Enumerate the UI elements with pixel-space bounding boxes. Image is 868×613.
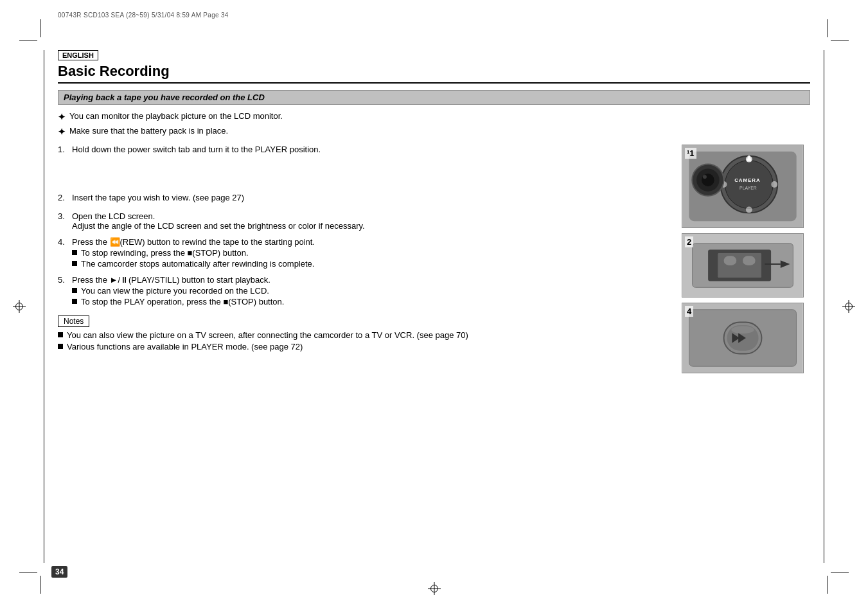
notes-bullet-2	[58, 344, 63, 349]
step-5-sub-text-1: You can view the picture you recorded on…	[81, 286, 269, 296]
notes-item-1: You can also view the picture on a TV sc…	[58, 330, 669, 340]
english-badge: ENGLISH	[58, 50, 98, 60]
svg-rect-20	[743, 256, 756, 265]
images-column: ¹1 CAMERA	[682, 145, 810, 373]
svg-text:PLAYER: PLAYER	[740, 186, 757, 190]
crop-mark-br-v	[828, 576, 828, 594]
notes-box: Notes You can also view the picture on a…	[58, 315, 669, 351]
step-3-num: 3.	[58, 211, 72, 231]
side-line-right	[824, 50, 824, 563]
step-4-sub-2: The camcorder stops automatically after …	[72, 259, 669, 269]
reg-mark-left	[13, 300, 26, 313]
notes-text-2: Various functions are available in PLAYE…	[67, 342, 303, 351]
step-2-text: Insert the tape you wish to view. (see p…	[72, 193, 244, 202]
svg-text:CAMERA: CAMERA	[734, 177, 760, 183]
step-2: 2. Insert the tape you wish to view. (se…	[58, 193, 669, 202]
bullet-square-5-1	[72, 288, 77, 293]
img-number-2: 2	[685, 236, 693, 247]
cam-svg-4	[682, 303, 803, 373]
page-number: 34	[51, 566, 67, 578]
reg-mark-right	[842, 300, 855, 313]
step-3-content: Open the LCD screen. Adjust the angle of…	[72, 211, 669, 231]
crop-mark-tl-v	[40, 19, 40, 37]
crop-mark-tr-h	[831, 40, 849, 40]
section-subtitle: Playing back a tape you have recorded on…	[58, 90, 810, 105]
step-1-content: Hold down the power switch tab and turn …	[72, 145, 669, 154]
cross-bullet-2: ✦ Make sure that the battery pack is in …	[58, 126, 810, 139]
cam-svg-2	[682, 234, 803, 297]
cam-svg-1: CAMERA PLAYER	[682, 145, 803, 227]
step-4-content: Press the ⏪(REW) button to rewind the ta…	[72, 237, 669, 269]
notes-text-1: You can also view the picture on a TV sc…	[67, 330, 468, 340]
step-4: 4. Press the ⏪(REW) button to rewind the…	[58, 237, 669, 269]
step-5-sub-text-2: To stop the PLAY operation, press the ■(…	[81, 297, 284, 306]
content-area: ENGLISH Basic Recording Playing back a t…	[58, 50, 810, 555]
crop-mark-bl-h	[19, 573, 37, 573]
svg-point-14	[703, 175, 707, 179]
reg-mark-bottom	[428, 582, 441, 595]
bullet-square-4-2	[72, 261, 77, 266]
cross-bullet-text-1: You can monitor the playback picture on …	[69, 111, 283, 121]
notes-item-2: Various functions are available in PLAYE…	[58, 342, 669, 351]
crop-mark-tl-h	[19, 40, 37, 40]
svg-rect-18	[718, 253, 762, 278]
step-4-text: Press the ⏪(REW) button to rewind the ta…	[72, 237, 669, 247]
cam-image-4: 4	[682, 303, 804, 373]
cross-symbol-2: ✦	[58, 126, 66, 139]
cam-image-2: 2	[682, 233, 804, 298]
cross-bullet-1: ✦ You can monitor the playback picture o…	[58, 111, 810, 124]
bullet-square-4-1	[72, 250, 77, 255]
step-2-num: 2.	[58, 193, 72, 202]
svg-point-29	[731, 326, 754, 334]
side-line-left	[44, 50, 44, 563]
svg-point-5	[771, 181, 777, 188]
step-4-sub-1: To stop rewinding, press the ■(STOP) but…	[72, 248, 669, 258]
step-1-text: Hold down the power switch tab and turn …	[72, 145, 321, 154]
step-5-sub-1: You can view the picture you recorded on…	[72, 286, 669, 296]
page-container: 00743R SCD103 SEA (28~59) 5/31/04 8:59 A…	[0, 0, 868, 613]
step-4-sub-text-1: To stop rewinding, press the ■(STOP) but…	[81, 248, 249, 258]
step-4-sub-text-2: The camcorder stops automatically after …	[81, 259, 314, 269]
step-5-num: 5.	[58, 275, 72, 306]
header-meta: 00743R SCD103 SEA (28~59) 5/31/04 8:59 A…	[58, 12, 229, 19]
step-4-num: 4.	[58, 237, 72, 269]
crop-mark-br-h	[831, 573, 849, 573]
main-layout: 1. Hold down the power switch tab and tu…	[58, 145, 810, 373]
step-3-text: Open the LCD screen.	[72, 211, 669, 221]
img-number-4: 4	[685, 306, 693, 317]
notes-bullet-1	[58, 332, 63, 337]
svg-point-3	[725, 161, 773, 209]
step-3: 3. Open the LCD screen. Adjust the angle…	[58, 211, 669, 231]
step-5-text: Press the ►/⏸(PLAY/STILL) button to star…	[72, 275, 669, 285]
cross-bullet-text-2: Make sure that the battery pack is in pl…	[69, 126, 228, 136]
step-5-content: Press the ►/⏸(PLAY/STILL) button to star…	[72, 275, 669, 306]
img-number-1: ¹1	[685, 148, 696, 159]
svg-rect-19	[724, 256, 737, 265]
text-column: 1. Hold down the power switch tab and tu…	[58, 145, 669, 373]
step-1: 1. Hold down the power switch tab and tu…	[58, 145, 669, 154]
crop-mark-bl-v	[40, 576, 40, 594]
page-title: Basic Recording	[58, 63, 810, 84]
bullet-square-5-2	[72, 299, 77, 304]
svg-point-6	[746, 207, 752, 213]
cross-symbol-1: ✦	[58, 111, 66, 124]
crop-mark-tr-v	[828, 19, 828, 37]
step-3-subtext: Adjust the angle of the LCD screen and s…	[72, 221, 669, 231]
step-5-sub-2: To stop the PLAY operation, press the ■(…	[72, 297, 669, 306]
step-2-content: Insert the tape you wish to view. (see p…	[72, 193, 669, 202]
step-1-num: 1.	[58, 145, 72, 154]
step-5: 5. Press the ►/⏸(PLAY/STILL) button to s…	[58, 275, 669, 306]
cam-image-1: ¹1 CAMERA	[682, 145, 804, 228]
notes-label: Notes	[58, 315, 89, 327]
